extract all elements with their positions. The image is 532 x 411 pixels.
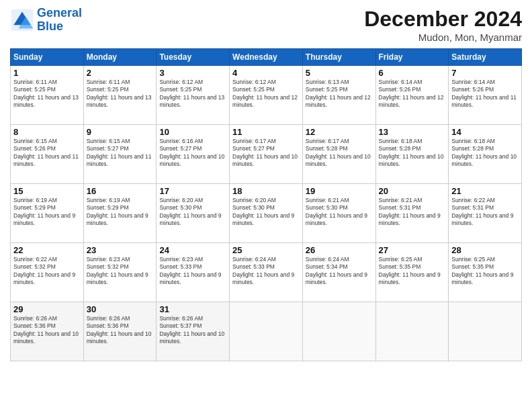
day-info: Sunrise: 6:20 AM Sunset: 5:30 PM Dayligh… <box>232 197 300 228</box>
day-number: 8 <box>13 127 81 137</box>
calendar-cell: 25Sunrise: 6:24 AM Sunset: 5:33 PM Dayli… <box>230 243 303 302</box>
day-info: Sunrise: 6:26 AM Sunset: 5:37 PM Dayligh… <box>159 315 226 346</box>
calendar-cell <box>302 302 375 361</box>
day-number: 4 <box>232 68 300 78</box>
day-number: 23 <box>87 245 154 255</box>
header-thursday: Thursday <box>302 49 375 66</box>
day-info: Sunrise: 6:18 AM Sunset: 5:28 PM Dayligh… <box>379 138 446 169</box>
day-info: Sunrise: 6:13 AM Sunset: 5:25 PM Dayligh… <box>306 79 373 109</box>
day-number: 12 <box>306 127 373 137</box>
header-sunday: Sunday <box>11 49 84 66</box>
calendar-cell <box>449 302 522 361</box>
day-info: Sunrise: 6:21 AM Sunset: 5:31 PM Dayligh… <box>379 197 446 228</box>
day-number: 6 <box>379 68 446 78</box>
day-number: 3 <box>159 68 226 78</box>
day-info: Sunrise: 6:16 AM Sunset: 5:27 PM Dayligh… <box>159 138 226 169</box>
day-number: 27 <box>379 245 446 255</box>
day-number: 24 <box>159 245 226 255</box>
calendar-cell: 11Sunrise: 6:17 AM Sunset: 5:27 PM Dayli… <box>230 125 303 184</box>
calendar-cell: 22Sunrise: 6:22 AM Sunset: 5:32 PM Dayli… <box>11 243 84 302</box>
calendar-cell <box>230 302 303 361</box>
day-number: 9 <box>87 127 154 137</box>
calendar-cell: 30Sunrise: 6:26 AM Sunset: 5:36 PM Dayli… <box>83 302 157 361</box>
day-number: 26 <box>306 245 373 255</box>
day-number: 2 <box>87 68 154 78</box>
week-row-5: 29Sunrise: 6:26 AM Sunset: 5:36 PM Dayli… <box>11 302 522 361</box>
calendar-cell: 10Sunrise: 6:16 AM Sunset: 5:27 PM Dayli… <box>157 125 230 184</box>
day-number: 1 <box>13 68 81 78</box>
calendar-cell: 13Sunrise: 6:18 AM Sunset: 5:28 PM Dayli… <box>375 125 449 184</box>
day-info: Sunrise: 6:22 AM Sunset: 5:32 PM Dayligh… <box>13 256 81 287</box>
week-row-3: 15Sunrise: 6:19 AM Sunset: 5:29 PM Dayli… <box>11 184 522 243</box>
week-row-2: 8Sunrise: 6:15 AM Sunset: 5:26 PM Daylig… <box>11 125 522 184</box>
calendar-cell: 8Sunrise: 6:15 AM Sunset: 5:26 PM Daylig… <box>11 125 84 184</box>
header-tuesday: Tuesday <box>157 49 230 66</box>
day-number: 28 <box>451 245 519 255</box>
calendar-cell: 1Sunrise: 6:11 AM Sunset: 5:25 PM Daylig… <box>11 66 84 125</box>
day-info: Sunrise: 6:11 AM Sunset: 5:25 PM Dayligh… <box>13 79 81 109</box>
day-info: Sunrise: 6:12 AM Sunset: 5:25 PM Dayligh… <box>159 79 226 109</box>
calendar-cell: 5Sunrise: 6:13 AM Sunset: 5:25 PM Daylig… <box>302 66 375 125</box>
day-number: 22 <box>13 245 81 255</box>
day-info: Sunrise: 6:24 AM Sunset: 5:34 PM Dayligh… <box>306 256 373 287</box>
calendar-cell: 31Sunrise: 6:26 AM Sunset: 5:37 PM Dayli… <box>157 302 230 361</box>
calendar-cell: 16Sunrise: 6:19 AM Sunset: 5:29 PM Dayli… <box>83 184 157 243</box>
week-row-4: 22Sunrise: 6:22 AM Sunset: 5:32 PM Dayli… <box>11 243 522 302</box>
calendar-cell: 28Sunrise: 6:25 AM Sunset: 5:35 PM Dayli… <box>449 243 522 302</box>
logo-icon <box>10 8 34 32</box>
calendar-cell: 19Sunrise: 6:21 AM Sunset: 5:30 PM Dayli… <box>302 184 375 243</box>
title-area: December 2024 Mudon, Mon, Myanmar <box>364 7 522 43</box>
day-number: 30 <box>87 304 154 314</box>
day-info: Sunrise: 6:15 AM Sunset: 5:27 PM Dayligh… <box>87 138 154 169</box>
calendar-cell: 26Sunrise: 6:24 AM Sunset: 5:34 PM Dayli… <box>302 243 375 302</box>
calendar-cell: 18Sunrise: 6:20 AM Sunset: 5:30 PM Dayli… <box>230 184 303 243</box>
calendar-cell: 17Sunrise: 6:20 AM Sunset: 5:30 PM Dayli… <box>157 184 230 243</box>
day-number: 25 <box>232 245 300 255</box>
day-info: Sunrise: 6:26 AM Sunset: 5:36 PM Dayligh… <box>13 315 81 346</box>
day-info: Sunrise: 6:25 AM Sunset: 5:35 PM Dayligh… <box>451 256 519 287</box>
day-info: Sunrise: 6:14 AM Sunset: 5:26 PM Dayligh… <box>451 79 519 109</box>
calendar-cell: 7Sunrise: 6:14 AM Sunset: 5:26 PM Daylig… <box>449 66 522 125</box>
day-number: 31 <box>159 304 226 314</box>
calendar-cell: 15Sunrise: 6:19 AM Sunset: 5:29 PM Dayli… <box>11 184 84 243</box>
day-info: Sunrise: 6:19 AM Sunset: 5:29 PM Dayligh… <box>87 197 154 228</box>
day-info: Sunrise: 6:14 AM Sunset: 5:26 PM Dayligh… <box>379 79 446 109</box>
day-number: 15 <box>13 186 81 196</box>
days-header-row: SundayMondayTuesdayWednesdayThursdayFrid… <box>11 49 522 66</box>
calendar-cell: 6Sunrise: 6:14 AM Sunset: 5:26 PM Daylig… <box>375 66 449 125</box>
day-info: Sunrise: 6:19 AM Sunset: 5:29 PM Dayligh… <box>13 197 81 228</box>
day-number: 19 <box>306 186 373 196</box>
page-header: General Blue December 2024 Mudon, Mon, M… <box>10 7 522 43</box>
day-info: Sunrise: 6:23 AM Sunset: 5:32 PM Dayligh… <box>87 256 154 287</box>
day-number: 7 <box>451 68 519 78</box>
calendar-cell: 9Sunrise: 6:15 AM Sunset: 5:27 PM Daylig… <box>83 125 157 184</box>
day-number: 29 <box>13 304 81 314</box>
day-info: Sunrise: 6:20 AM Sunset: 5:30 PM Dayligh… <box>159 197 226 228</box>
day-info: Sunrise: 6:22 AM Sunset: 5:31 PM Dayligh… <box>451 197 519 228</box>
calendar-table: SundayMondayTuesdayWednesdayThursdayFrid… <box>10 48 522 361</box>
logo: General Blue <box>10 7 82 34</box>
day-info: Sunrise: 6:17 AM Sunset: 5:28 PM Dayligh… <box>306 138 373 169</box>
day-info: Sunrise: 6:12 AM Sunset: 5:25 PM Dayligh… <box>232 79 300 109</box>
calendar-cell: 12Sunrise: 6:17 AM Sunset: 5:28 PM Dayli… <box>302 125 375 184</box>
day-info: Sunrise: 6:23 AM Sunset: 5:33 PM Dayligh… <box>159 256 226 287</box>
day-number: 16 <box>87 186 154 196</box>
calendar-cell: 4Sunrise: 6:12 AM Sunset: 5:25 PM Daylig… <box>230 66 303 125</box>
day-number: 18 <box>232 186 300 196</box>
calendar-cell: 14Sunrise: 6:18 AM Sunset: 5:28 PM Dayli… <box>449 125 522 184</box>
calendar-cell: 23Sunrise: 6:23 AM Sunset: 5:32 PM Dayli… <box>83 243 157 302</box>
day-number: 14 <box>451 127 519 137</box>
logo-line1: General <box>37 6 82 19</box>
day-info: Sunrise: 6:11 AM Sunset: 5:25 PM Dayligh… <box>87 79 154 109</box>
day-info: Sunrise: 6:24 AM Sunset: 5:33 PM Dayligh… <box>232 256 300 287</box>
header-saturday: Saturday <box>449 49 522 66</box>
calendar-cell: 3Sunrise: 6:12 AM Sunset: 5:25 PM Daylig… <box>157 66 230 125</box>
day-number: 13 <box>379 127 446 137</box>
day-number: 17 <box>159 186 226 196</box>
calendar-cell: 21Sunrise: 6:22 AM Sunset: 5:31 PM Dayli… <box>449 184 522 243</box>
day-info: Sunrise: 6:25 AM Sunset: 5:35 PM Dayligh… <box>379 256 446 287</box>
day-number: 21 <box>451 186 519 196</box>
header-monday: Monday <box>83 49 157 66</box>
logo-line2: Blue <box>37 19 63 33</box>
day-info: Sunrise: 6:15 AM Sunset: 5:26 PM Dayligh… <box>13 138 81 169</box>
